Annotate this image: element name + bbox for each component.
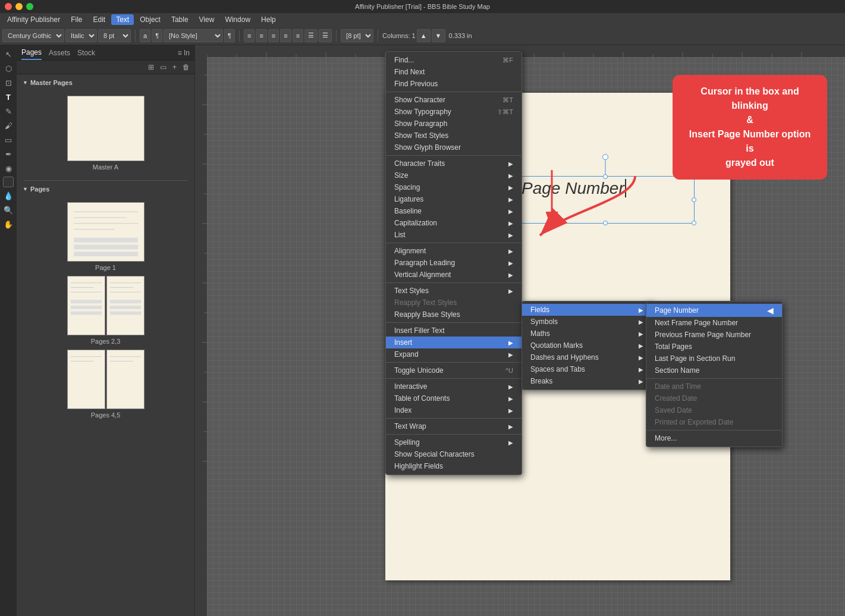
font-family-select[interactable]: Century Gothic — [2, 29, 64, 42]
menu-maths[interactable]: Maths ▶ — [522, 328, 652, 340]
menu-prev-frame-page[interactable]: Previous Frame Page Number — [646, 329, 782, 341]
menu-index[interactable]: Index ▶ — [386, 404, 522, 416]
menu-show-typography[interactable]: Show Typography ⇧⌘T — [386, 106, 522, 118]
menu-expand[interactable]: Expand ▶ — [386, 348, 522, 360]
fill-tool[interactable]: ◉ — [2, 162, 15, 175]
menu-alignment[interactable]: Alignment ▶ — [386, 245, 522, 257]
pen-tool[interactable]: ✒ — [2, 147, 15, 161]
menu-insert-filler[interactable]: Insert Filler Text — [386, 325, 522, 337]
rotate-handle[interactable] — [602, 154, 608, 160]
menu-more[interactable]: More... — [646, 432, 782, 444]
menu-last-page-section[interactable]: Last Page in Section Run — [646, 353, 782, 364]
eyedropper-tool[interactable]: 💧 — [2, 189, 15, 202]
menu-show-glyph[interactable]: Show Glyph Browser — [386, 142, 522, 153]
tab-assets[interactable]: Assets — [49, 46, 70, 59]
hand-tool[interactable]: ✋ — [2, 218, 15, 231]
menu-highlight-fields[interactable]: Highlight Fields — [386, 460, 522, 472]
align-force-justify-btn[interactable]: ≡ — [293, 29, 303, 42]
menu-fields[interactable]: Fields ▶ — [522, 304, 652, 316]
menu-show-special-chars[interactable]: Show Special Characters — [386, 448, 522, 460]
menu-paragraph-leading[interactable]: Paragraph Leading ▶ — [386, 257, 522, 269]
master-pages-section-header[interactable]: ▼ Master Pages — [19, 77, 192, 89]
align-right-btn[interactable]: ≡ — [268, 29, 279, 42]
color-swatch[interactable] — [3, 177, 14, 187]
align-left-btn[interactable]: ≡ — [244, 29, 255, 42]
text-style-select[interactable]: [No Style] — [164, 29, 223, 42]
shape-tool[interactable]: ▭ — [2, 133, 15, 146]
brush-tool[interactable]: 🖌 — [2, 119, 15, 132]
menu-page-number[interactable]: Page Number ◀ — [646, 304, 782, 317]
list-unordered-btn[interactable]: ☰ — [304, 29, 318, 42]
menu-ligatures[interactable]: Ligatures ▶ — [386, 193, 522, 205]
menu-size[interactable]: Size ▶ — [386, 169, 522, 181]
menu-spaces-tabs[interactable]: Spaces and Tabs ▶ — [522, 363, 652, 375]
menu-vertical-alignment[interactable]: Vertical Alignment ▶ — [386, 269, 522, 281]
page1-thumbnail[interactable] — [67, 202, 145, 262]
page3-thumbnail[interactable] — [106, 276, 145, 335]
panel-options-btn[interactable]: ≡ In — [178, 49, 190, 57]
cursor-tool[interactable]: ↖ — [2, 48, 15, 61]
menu-interactive[interactable]: Interactive ▶ — [386, 381, 522, 392]
menu-spacing[interactable]: Spacing ▶ — [386, 181, 522, 193]
text-tool[interactable]: T — [2, 90, 15, 103]
page4-thumbnail[interactable] — [67, 350, 105, 409]
pages-section-header[interactable]: ▼ Pages — [19, 183, 192, 195]
menu-total-pages[interactable]: Total Pages — [646, 341, 782, 353]
menu-reapply-base-styles[interactable]: Reapply Base Styles — [386, 309, 522, 320]
tab-pages[interactable]: Pages — [21, 46, 42, 60]
leading-select[interactable]: [8 pt] — [341, 29, 373, 42]
menu-show-paragraph[interactable]: Show Paragraph — [386, 118, 522, 130]
font-size-select[interactable]: 8 pt — [98, 29, 131, 42]
menu-next-frame-page[interactable]: Next Frame Page Number — [646, 317, 782, 329]
menu-table[interactable]: Table — [167, 14, 193, 25]
align-justify-btn[interactable]: ≡ — [280, 29, 291, 42]
menu-show-text-styles[interactable]: Show Text Styles — [386, 130, 522, 142]
zoom-tool[interactable]: 🔍 — [2, 203, 15, 216]
columns-down-btn[interactable]: ▼ — [432, 29, 445, 42]
menu-text-styles[interactable]: Text Styles ▶ — [386, 285, 522, 297]
menu-toc[interactable]: Table of Contents ▶ — [386, 392, 522, 404]
panel-single-view-btn[interactable]: ▭ — [158, 62, 169, 73]
paragraph-style-btn[interactable]: ¶ — [224, 29, 235, 42]
align-center-btn[interactable]: ≡ — [256, 29, 266, 42]
menu-find-previous[interactable]: Find Previous — [386, 78, 522, 90]
menu-view[interactable]: View — [194, 14, 219, 25]
menu-affinity[interactable]: Affinity Publisher — [2, 14, 65, 25]
menu-breaks[interactable]: Breaks ▶ — [522, 375, 652, 387]
master-a-thumbnail[interactable] — [67, 96, 145, 161]
panel-delete-btn[interactable]: 🗑 — [180, 62, 192, 73]
columns-up-btn[interactable]: ▲ — [417, 29, 431, 42]
menu-quotation-marks[interactable]: Quotation Marks ▶ — [522, 340, 652, 351]
list-ordered-btn[interactable]: ☰ — [319, 29, 332, 42]
minimize-button[interactable] — [15, 3, 23, 10]
menu-toggle-unicode[interactable]: Toggle Unicode ^U — [386, 364, 522, 376]
menu-insert[interactable]: Insert ▶ — [386, 337, 522, 348]
menu-section-name[interactable]: Section Name — [646, 364, 782, 376]
close-button[interactable] — [5, 3, 12, 10]
page5-thumbnail[interactable] — [106, 350, 145, 409]
menu-find[interactable]: Find... ⌘F — [386, 54, 522, 66]
menu-window[interactable]: Window — [220, 14, 255, 25]
style-btn[interactable]: a — [140, 29, 150, 42]
pencil-tool[interactable]: ✎ — [2, 105, 15, 118]
font-style-select[interactable]: Italic — [65, 29, 97, 42]
menu-symbols[interactable]: Symbols ▶ — [522, 316, 652, 328]
menu-help[interactable]: Help — [256, 14, 281, 25]
menu-find-next[interactable]: Find Next — [386, 66, 522, 78]
menu-list[interactable]: List ▶ — [386, 229, 522, 241]
menu-baseline[interactable]: Baseline ▶ — [386, 205, 522, 217]
nodes-tool[interactable]: ⬡ — [2, 62, 15, 75]
paragraph-btn[interactable]: ¶ — [152, 29, 162, 42]
menu-dashes[interactable]: Dashes and Hyphens ▶ — [522, 351, 652, 363]
tab-stock[interactable]: Stock — [77, 46, 95, 59]
menu-spelling[interactable]: Spelling ▶ — [386, 436, 522, 448]
page2-thumbnail[interactable] — [67, 276, 105, 335]
menu-text-wrap[interactable]: Text Wrap ▶ — [386, 420, 522, 432]
menu-edit[interactable]: Edit — [89, 14, 111, 25]
menu-object[interactable]: Object — [135, 14, 165, 25]
menu-show-character[interactable]: Show Character ⌘T — [386, 94, 522, 106]
panel-add-btn[interactable]: + — [170, 62, 179, 73]
text-box[interactable]: Page Number​ — [516, 176, 695, 224]
maximize-button[interactable] — [26, 3, 33, 10]
menu-character-traits[interactable]: Character Traits ▶ — [386, 158, 522, 169]
